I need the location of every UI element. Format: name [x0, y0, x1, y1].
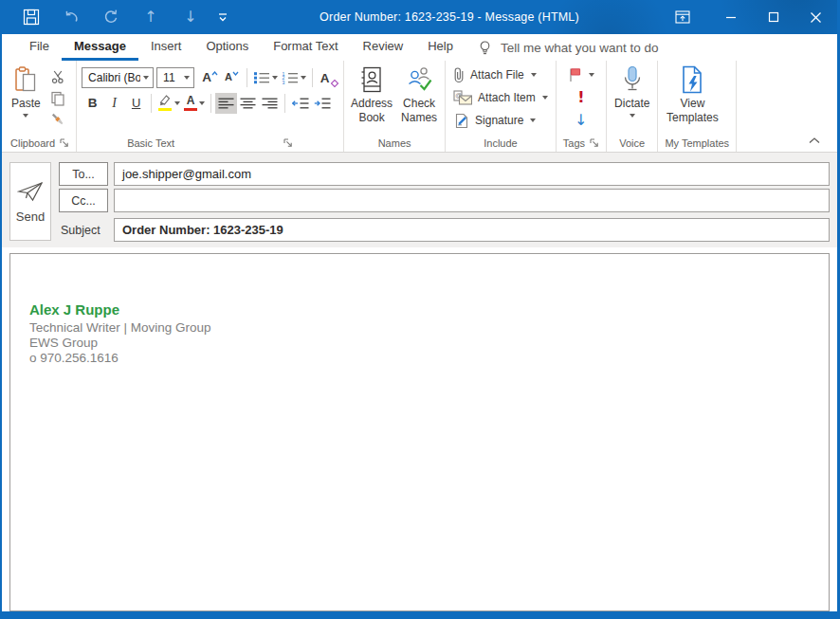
- voice-group: Dictate Voice: [607, 61, 658, 152]
- bold-button[interactable]: B: [82, 93, 103, 114]
- dictate-button[interactable]: Dictate: [610, 62, 654, 134]
- attach-file-button[interactable]: Attach File: [450, 64, 551, 86]
- bullets-dropdown-icon: [272, 76, 278, 80]
- high-importance-button[interactable]: !: [575, 86, 587, 109]
- shrink-font-button[interactable]: A: [221, 67, 243, 88]
- tab-format-text[interactable]: Format Text: [261, 34, 350, 61]
- font-size-combo[interactable]: 11: [156, 67, 194, 88]
- basic-text-dialog-launcher-icon[interactable]: [283, 138, 293, 148]
- dictate-label: Dictate: [614, 97, 649, 111]
- check-names-button[interactable]: Check Names: [396, 62, 442, 134]
- tab-help[interactable]: Help: [415, 34, 466, 61]
- my-templates-group: View Templates My Templates: [658, 61, 737, 152]
- align-left-button[interactable]: [215, 93, 237, 114]
- chevron-up-icon: [809, 137, 820, 144]
- tab-review[interactable]: Review: [351, 34, 416, 61]
- align-right-button[interactable]: [259, 93, 281, 114]
- tab-file[interactable]: File: [17, 34, 62, 61]
- paste-label: Paste: [11, 97, 41, 111]
- signature-name: Alex J Ruppe: [29, 301, 829, 318]
- close-button[interactable]: [794, 0, 837, 34]
- minimize-button[interactable]: [709, 0, 752, 34]
- names-group-label: Names: [378, 137, 411, 149]
- cut-button[interactable]: [46, 66, 70, 87]
- send-button[interactable]: Send: [9, 162, 51, 241]
- dictate-dropdown-icon[interactable]: [630, 114, 635, 118]
- message-body-container: Alex J Ruppe Technical Writer | Moving G…: [2, 247, 837, 611]
- to-field[interactable]: joe.shipper@gmail.com: [114, 162, 830, 186]
- attach-item-label: Attach Item: [478, 91, 536, 104]
- names-group: Address Book Check Names Names: [344, 61, 446, 152]
- previous-item-button[interactable]: ↑: [131, 3, 171, 31]
- tab-message[interactable]: Message: [62, 34, 138, 61]
- ribbon-display-options-button[interactable]: [664, 0, 702, 34]
- minimize-icon: [725, 11, 737, 23]
- cc-button[interactable]: Cc...: [59, 189, 108, 212]
- attach-file-label: Attach File: [470, 68, 524, 82]
- tab-options[interactable]: Options: [193, 34, 261, 61]
- decrease-indent-button[interactable]: [289, 93, 311, 114]
- font-name-dropdown-icon: [143, 76, 149, 80]
- highlight-button[interactable]: [155, 93, 182, 114]
- maximize-button[interactable]: [752, 0, 794, 34]
- low-importance-button[interactable]: ↓: [572, 109, 590, 132]
- address-book-label: Address Book: [351, 97, 393, 125]
- shrink-font-caret-icon: [232, 71, 239, 76]
- my-templates-group-label: My Templates: [665, 137, 729, 149]
- tags-dialog-launcher-icon[interactable]: [590, 138, 599, 148]
- copy-icon: [50, 91, 65, 106]
- attach-file-icon: [453, 67, 465, 83]
- address-book-icon: [358, 65, 385, 94]
- address-book-button[interactable]: Address Book: [347, 62, 396, 134]
- grow-font-button[interactable]: A: [199, 67, 221, 88]
- paste-dropdown-icon[interactable]: [23, 114, 28, 118]
- customize-qat-button[interactable]: [210, 3, 235, 31]
- clear-formatting-button[interactable]: A: [317, 67, 338, 88]
- signature-role: Technical Writer | Moving Group: [29, 320, 829, 336]
- clipboard-dialog-launcher-icon[interactable]: [60, 138, 69, 148]
- highlight-dropdown-icon: [174, 101, 180, 105]
- signature-icon: [453, 113, 469, 129]
- send-label: Send: [16, 209, 45, 224]
- font-size-dropdown-icon: [184, 76, 190, 80]
- ribbon-tab-row: File Message Insert Options Format Text …: [2, 34, 837, 61]
- font-color-button[interactable]: A: [182, 93, 207, 114]
- view-templates-icon: [679, 65, 705, 94]
- attach-item-button[interactable]: @ Attach Item: [450, 86, 551, 109]
- undo-button[interactable]: [51, 3, 91, 31]
- copy-button[interactable]: [46, 88, 70, 109]
- redo-button[interactable]: [91, 3, 131, 31]
- increase-indent-button[interactable]: [311, 93, 333, 114]
- clipboard-group-label: Clipboard: [10, 137, 55, 149]
- attach-file-dropdown-icon: [531, 73, 537, 77]
- underline-button[interactable]: U: [125, 93, 147, 114]
- font-color-bar: [184, 108, 197, 112]
- tell-me-box[interactable]: Tell me what you want to do: [477, 34, 659, 61]
- message-body[interactable]: Alex J Ruppe Technical Writer | Moving G…: [9, 253, 830, 611]
- undo-icon: [63, 9, 80, 26]
- format-painter-button[interactable]: [46, 109, 70, 130]
- cc-field[interactable]: [114, 189, 830, 212]
- next-item-button[interactable]: ↓: [171, 3, 210, 31]
- dictate-icon: [620, 65, 645, 94]
- cut-icon: [50, 69, 65, 84]
- italic-button[interactable]: I: [103, 93, 125, 114]
- tab-insert[interactable]: Insert: [138, 34, 194, 61]
- low-importance-icon: ↓: [575, 113, 587, 128]
- save-button[interactable]: [11, 3, 51, 31]
- paste-button[interactable]: Paste: [7, 62, 46, 134]
- follow-up-flag-button[interactable]: [565, 64, 597, 86]
- align-center-button[interactable]: [237, 93, 259, 114]
- subject-field[interactable]: Order Number: 1623-235-19: [114, 218, 830, 242]
- signature-button[interactable]: Signature: [450, 109, 551, 132]
- highlight-icon: [157, 95, 173, 106]
- numbering-button[interactable]: 123: [280, 67, 308, 88]
- font-name-combo[interactable]: Calibri (Bod: [82, 67, 154, 88]
- title-bar: ↑ ↓ Order Number: 1623-235-19 - Message …: [2, 0, 837, 34]
- signature-dropdown-icon: [530, 118, 536, 122]
- bullets-button[interactable]: [251, 67, 280, 88]
- view-templates-button[interactable]: View Templates: [661, 62, 723, 134]
- to-button[interactable]: To...: [59, 162, 108, 186]
- clear-formatting-eraser-icon: [331, 79, 338, 86]
- collapse-ribbon-button[interactable]: [805, 134, 824, 147]
